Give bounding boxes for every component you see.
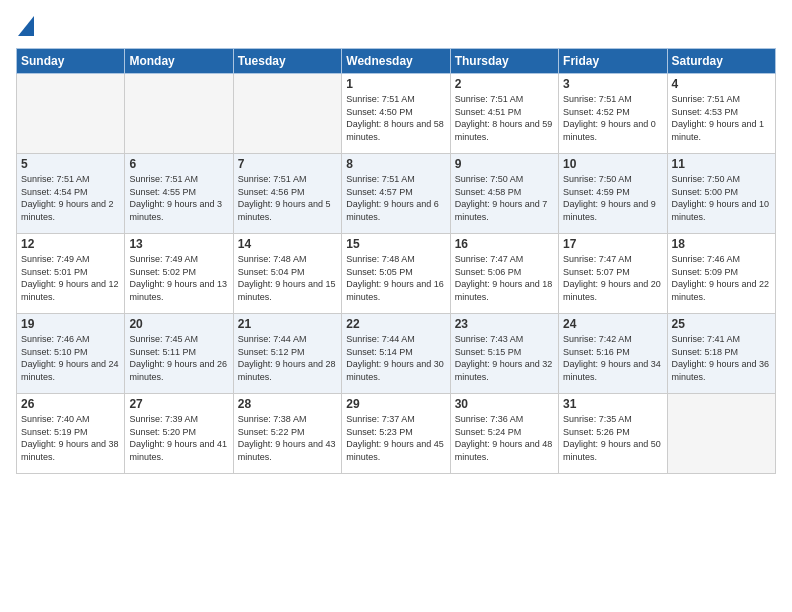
calendar-cell: 29Sunrise: 7:37 AM Sunset: 5:23 PM Dayli… <box>342 394 450 474</box>
week-row-4: 19Sunrise: 7:46 AM Sunset: 5:10 PM Dayli… <box>17 314 776 394</box>
day-info: Sunrise: 7:51 AM Sunset: 4:51 PM Dayligh… <box>455 93 554 143</box>
calendar-cell: 12Sunrise: 7:49 AM Sunset: 5:01 PM Dayli… <box>17 234 125 314</box>
day-info: Sunrise: 7:49 AM Sunset: 5:02 PM Dayligh… <box>129 253 228 303</box>
calendar-cell: 8Sunrise: 7:51 AM Sunset: 4:57 PM Daylig… <box>342 154 450 234</box>
logo-arrow-icon <box>18 16 34 36</box>
calendar-cell: 16Sunrise: 7:47 AM Sunset: 5:06 PM Dayli… <box>450 234 558 314</box>
days-header-row: SundayMondayTuesdayWednesdayThursdayFrid… <box>17 49 776 74</box>
calendar-table: SundayMondayTuesdayWednesdayThursdayFrid… <box>16 48 776 474</box>
day-header-sunday: Sunday <box>17 49 125 74</box>
day-number: 31 <box>563 397 662 411</box>
day-header-monday: Monday <box>125 49 233 74</box>
calendar-cell: 15Sunrise: 7:48 AM Sunset: 5:05 PM Dayli… <box>342 234 450 314</box>
day-number: 9 <box>455 157 554 171</box>
calendar-cell <box>667 394 775 474</box>
day-number: 4 <box>672 77 771 91</box>
day-number: 20 <box>129 317 228 331</box>
week-row-2: 5Sunrise: 7:51 AM Sunset: 4:54 PM Daylig… <box>17 154 776 234</box>
calendar-cell: 6Sunrise: 7:51 AM Sunset: 4:55 PM Daylig… <box>125 154 233 234</box>
day-number: 30 <box>455 397 554 411</box>
week-row-1: 1Sunrise: 7:51 AM Sunset: 4:50 PM Daylig… <box>17 74 776 154</box>
calendar-cell <box>233 74 341 154</box>
svg-marker-0 <box>18 16 34 36</box>
calendar-cell: 1Sunrise: 7:51 AM Sunset: 4:50 PM Daylig… <box>342 74 450 154</box>
day-info: Sunrise: 7:50 AM Sunset: 4:58 PM Dayligh… <box>455 173 554 223</box>
day-number: 22 <box>346 317 445 331</box>
calendar-cell: 18Sunrise: 7:46 AM Sunset: 5:09 PM Dayli… <box>667 234 775 314</box>
calendar-cell: 28Sunrise: 7:38 AM Sunset: 5:22 PM Dayli… <box>233 394 341 474</box>
day-number: 26 <box>21 397 120 411</box>
day-number: 2 <box>455 77 554 91</box>
day-info: Sunrise: 7:46 AM Sunset: 5:10 PM Dayligh… <box>21 333 120 383</box>
day-header-wednesday: Wednesday <box>342 49 450 74</box>
day-number: 8 <box>346 157 445 171</box>
day-number: 18 <box>672 237 771 251</box>
day-number: 27 <box>129 397 228 411</box>
calendar-cell: 26Sunrise: 7:40 AM Sunset: 5:19 PM Dayli… <box>17 394 125 474</box>
calendar-cell: 24Sunrise: 7:42 AM Sunset: 5:16 PM Dayli… <box>559 314 667 394</box>
day-number: 24 <box>563 317 662 331</box>
calendar-cell: 10Sunrise: 7:50 AM Sunset: 4:59 PM Dayli… <box>559 154 667 234</box>
day-number: 23 <box>455 317 554 331</box>
day-info: Sunrise: 7:51 AM Sunset: 4:55 PM Dayligh… <box>129 173 228 223</box>
day-info: Sunrise: 7:44 AM Sunset: 5:14 PM Dayligh… <box>346 333 445 383</box>
day-number: 19 <box>21 317 120 331</box>
day-number: 13 <box>129 237 228 251</box>
calendar-cell: 5Sunrise: 7:51 AM Sunset: 4:54 PM Daylig… <box>17 154 125 234</box>
calendar-cell: 27Sunrise: 7:39 AM Sunset: 5:20 PM Dayli… <box>125 394 233 474</box>
day-number: 16 <box>455 237 554 251</box>
day-header-saturday: Saturday <box>667 49 775 74</box>
day-info: Sunrise: 7:40 AM Sunset: 5:19 PM Dayligh… <box>21 413 120 463</box>
day-info: Sunrise: 7:36 AM Sunset: 5:24 PM Dayligh… <box>455 413 554 463</box>
day-number: 7 <box>238 157 337 171</box>
calendar-cell <box>17 74 125 154</box>
page-header <box>16 16 776 36</box>
day-number: 14 <box>238 237 337 251</box>
calendar-cell: 14Sunrise: 7:48 AM Sunset: 5:04 PM Dayli… <box>233 234 341 314</box>
calendar-cell <box>125 74 233 154</box>
day-number: 25 <box>672 317 771 331</box>
day-info: Sunrise: 7:38 AM Sunset: 5:22 PM Dayligh… <box>238 413 337 463</box>
logo <box>16 16 34 36</box>
day-number: 12 <box>21 237 120 251</box>
day-header-tuesday: Tuesday <box>233 49 341 74</box>
day-number: 11 <box>672 157 771 171</box>
day-number: 28 <box>238 397 337 411</box>
day-info: Sunrise: 7:48 AM Sunset: 5:04 PM Dayligh… <box>238 253 337 303</box>
calendar-cell: 2Sunrise: 7:51 AM Sunset: 4:51 PM Daylig… <box>450 74 558 154</box>
day-info: Sunrise: 7:51 AM Sunset: 4:53 PM Dayligh… <box>672 93 771 143</box>
calendar-cell: 19Sunrise: 7:46 AM Sunset: 5:10 PM Dayli… <box>17 314 125 394</box>
calendar-cell: 9Sunrise: 7:50 AM Sunset: 4:58 PM Daylig… <box>450 154 558 234</box>
week-row-5: 26Sunrise: 7:40 AM Sunset: 5:19 PM Dayli… <box>17 394 776 474</box>
day-number: 10 <box>563 157 662 171</box>
day-info: Sunrise: 7:51 AM Sunset: 4:56 PM Dayligh… <box>238 173 337 223</box>
day-number: 1 <box>346 77 445 91</box>
day-info: Sunrise: 7:44 AM Sunset: 5:12 PM Dayligh… <box>238 333 337 383</box>
day-info: Sunrise: 7:43 AM Sunset: 5:15 PM Dayligh… <box>455 333 554 383</box>
calendar-cell: 23Sunrise: 7:43 AM Sunset: 5:15 PM Dayli… <box>450 314 558 394</box>
calendar-cell: 13Sunrise: 7:49 AM Sunset: 5:02 PM Dayli… <box>125 234 233 314</box>
week-row-3: 12Sunrise: 7:49 AM Sunset: 5:01 PM Dayli… <box>17 234 776 314</box>
calendar-cell: 17Sunrise: 7:47 AM Sunset: 5:07 PM Dayli… <box>559 234 667 314</box>
day-info: Sunrise: 7:51 AM Sunset: 4:50 PM Dayligh… <box>346 93 445 143</box>
day-header-friday: Friday <box>559 49 667 74</box>
day-number: 17 <box>563 237 662 251</box>
day-number: 3 <box>563 77 662 91</box>
day-info: Sunrise: 7:47 AM Sunset: 5:06 PM Dayligh… <box>455 253 554 303</box>
day-info: Sunrise: 7:46 AM Sunset: 5:09 PM Dayligh… <box>672 253 771 303</box>
day-info: Sunrise: 7:48 AM Sunset: 5:05 PM Dayligh… <box>346 253 445 303</box>
day-info: Sunrise: 7:37 AM Sunset: 5:23 PM Dayligh… <box>346 413 445 463</box>
day-info: Sunrise: 7:47 AM Sunset: 5:07 PM Dayligh… <box>563 253 662 303</box>
calendar-cell: 20Sunrise: 7:45 AM Sunset: 5:11 PM Dayli… <box>125 314 233 394</box>
day-info: Sunrise: 7:35 AM Sunset: 5:26 PM Dayligh… <box>563 413 662 463</box>
calendar-cell: 11Sunrise: 7:50 AM Sunset: 5:00 PM Dayli… <box>667 154 775 234</box>
calendar-cell: 21Sunrise: 7:44 AM Sunset: 5:12 PM Dayli… <box>233 314 341 394</box>
day-info: Sunrise: 7:50 AM Sunset: 5:00 PM Dayligh… <box>672 173 771 223</box>
calendar-cell: 7Sunrise: 7:51 AM Sunset: 4:56 PM Daylig… <box>233 154 341 234</box>
day-info: Sunrise: 7:50 AM Sunset: 4:59 PM Dayligh… <box>563 173 662 223</box>
day-info: Sunrise: 7:41 AM Sunset: 5:18 PM Dayligh… <box>672 333 771 383</box>
day-number: 29 <box>346 397 445 411</box>
calendar-cell: 31Sunrise: 7:35 AM Sunset: 5:26 PM Dayli… <box>559 394 667 474</box>
day-info: Sunrise: 7:42 AM Sunset: 5:16 PM Dayligh… <box>563 333 662 383</box>
day-info: Sunrise: 7:51 AM Sunset: 4:54 PM Dayligh… <box>21 173 120 223</box>
